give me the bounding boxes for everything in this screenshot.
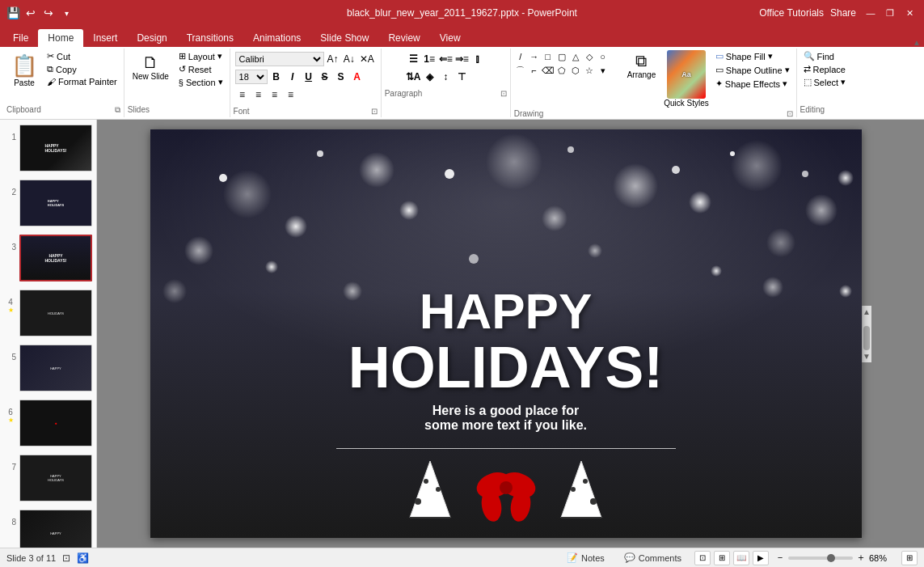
slide-thumb-2[interactable]: 2 HAPPYHOLIDAYS	[3, 178, 93, 228]
shape-line-btn[interactable]: /	[514, 50, 527, 63]
layout-button[interactable]: ⊞ Layout ▾	[175, 50, 226, 62]
arrange-button[interactable]: ⧉ Arrange	[622, 50, 661, 81]
bold-button[interactable]: B	[269, 70, 284, 84]
shape-effects-dropdown[interactable]: ▾	[783, 78, 787, 89]
font-name-select[interactable]: Calibri	[235, 52, 324, 66]
scroll-thumb[interactable]	[863, 326, 870, 350]
shape-chevron-btn[interactable]: ⌫	[542, 64, 555, 77]
format-painter-button[interactable]: 🖌 Format Painter	[44, 76, 120, 87]
slide-img-4[interactable]: HOLIDAYS	[19, 290, 92, 336]
justify-button[interactable]: ≡	[284, 87, 298, 102]
slideshow-view-btn[interactable]: ▶	[753, 551, 769, 565]
zoom-thumb[interactable]	[827, 554, 835, 562]
slide-canvas[interactable]: HAPPY HOLIDAYS! Here is a good place for…	[150, 129, 862, 538]
font-size-select[interactable]: 18	[235, 70, 268, 84]
line-spacing-button[interactable]: ↕	[438, 70, 453, 84]
paragraph-expand-icon[interactable]: ⊡	[500, 89, 507, 98]
bullet-list-button[interactable]: ☰	[406, 52, 420, 66]
shape-pentagon-btn[interactable]: ⬠	[555, 64, 568, 77]
notes-button[interactable]: 📝 Notes	[560, 551, 611, 565]
align-left-button[interactable]: ≡	[235, 87, 250, 102]
tab-insert[interactable]: Insert	[83, 29, 127, 47]
fit-window-btn[interactable]: ⊞	[901, 551, 918, 565]
find-button[interactable]: 🔍 Find	[800, 50, 850, 62]
shape-bracket-btn[interactable]: ⌐	[528, 64, 541, 77]
tab-view[interactable]: View	[430, 29, 470, 47]
slide-img-3[interactable]: HAPPYHOLIDAYS!	[19, 235, 92, 281]
clipboard-expand-icon[interactable]: ⧉	[115, 105, 120, 115]
slide-thumb-1[interactable]: 1 HAPPYHOLIDAYS!	[3, 123, 93, 173]
tab-file[interactable]: File	[3, 29, 38, 47]
font-size-increase-icon[interactable]: A↑	[326, 53, 340, 65]
accessibility-icon[interactable]: ♿	[77, 552, 89, 564]
quick-styles-text[interactable]: Quick Styles	[664, 99, 709, 108]
slide-thumb-5[interactable]: 5 HAPPY	[3, 343, 93, 393]
shape-rounded-btn[interactable]: ▢	[555, 50, 568, 63]
tab-transitions[interactable]: Transitions	[177, 29, 243, 47]
shape-rect-btn[interactable]: □	[542, 50, 555, 63]
save-icon[interactable]: 💾	[6, 6, 19, 19]
indent-increase-button[interactable]: ⇒≡	[454, 52, 469, 66]
shape-fill-button[interactable]: ▭ Shape Fill ▾	[712, 50, 793, 62]
undo-icon[interactable]: ↩	[24, 6, 37, 19]
tab-animations[interactable]: Animations	[243, 29, 310, 47]
slide-thumb-7[interactable]: 7 HAPPYHOLIDAYS	[3, 453, 93, 503]
shape-hex-btn[interactable]: ⬡	[569, 64, 582, 77]
shape-more-btn[interactable]: ▾	[597, 64, 610, 77]
zoom-track[interactable]	[788, 556, 853, 560]
shape-triangle-btn[interactable]: △	[569, 50, 582, 63]
shadow-button[interactable]: S	[334, 70, 348, 84]
shape-circle-btn[interactable]: ○	[597, 50, 610, 63]
comments-button[interactable]: 💬 Comments	[618, 551, 688, 565]
slide-img-1[interactable]: HAPPYHOLIDAYS!	[19, 125, 92, 171]
shape-outline-button[interactable]: ▭ Shape Outline ▾	[712, 64, 793, 76]
tab-home[interactable]: Home	[38, 29, 83, 47]
slide-sorter-btn[interactable]: ⊞	[714, 551, 730, 565]
reading-view-btn[interactable]: 📖	[733, 551, 749, 565]
slide-img-2[interactable]: HAPPYHOLIDAYS	[19, 180, 92, 226]
align-center-button[interactable]: ≡	[251, 87, 266, 102]
shape-diamond-btn[interactable]: ◇	[583, 50, 596, 63]
normal-view-btn[interactable]: ⊡	[694, 551, 711, 565]
share-button[interactable]: Share	[830, 7, 856, 19]
new-slide-button[interactable]: 🗋 New Slide	[128, 50, 174, 84]
shape-effects-button[interactable]: ✦ Shape Effects ▾	[712, 78, 793, 90]
restore-button[interactable]: ❐	[882, 6, 898, 19]
convert-smartart-button[interactable]: ◈	[422, 70, 437, 84]
font-color-button[interactable]: A	[350, 70, 365, 84]
copy-button[interactable]: ⧉ Copy	[44, 63, 120, 75]
canvas-scrollbar[interactable]: ▲ ▼	[862, 306, 871, 362]
slide-panel[interactable]: 1 HAPPYHOLIDAYS! 2 HAPPYHOLIDAYS 3 HAPPY…	[0, 120, 97, 548]
redo-icon[interactable]: ↪	[42, 6, 55, 19]
select-button[interactable]: ⬚ Select ▾	[800, 76, 850, 88]
select-dropdown[interactable]: ▾	[841, 77, 846, 87]
italic-button[interactable]: I	[285, 70, 300, 84]
quick-styles-button[interactable]: Aa	[667, 50, 706, 99]
para-align-button[interactable]: ⊤	[454, 70, 469, 84]
customize-icon[interactable]: ▾	[60, 6, 73, 19]
slide-img-5[interactable]: HAPPY	[19, 345, 92, 391]
underline-button[interactable]: U	[302, 70, 316, 84]
cut-button[interactable]: ✂ Cut	[44, 50, 120, 62]
drawing-expand-icon[interactable]: ⊡	[787, 109, 793, 118]
slide-img-8[interactable]: HAPPY	[19, 510, 92, 548]
slide-thumb-6[interactable]: 6★ ●	[3, 398, 93, 448]
slide-thumb-8[interactable]: 8 HAPPY	[3, 508, 93, 548]
slide-img-7[interactable]: HAPPYHOLIDAYS	[19, 455, 92, 501]
paste-button[interactable]: 📋 Paste	[6, 50, 42, 91]
reset-button[interactable]: ↺ Reset	[175, 63, 226, 75]
columns-button[interactable]: ⫿	[470, 52, 485, 66]
shape-fill-dropdown[interactable]: ▾	[768, 51, 773, 61]
scroll-down-btn[interactable]: ▼	[861, 350, 872, 362]
shape-outline-dropdown[interactable]: ▾	[785, 65, 790, 75]
close-button[interactable]: ✕	[901, 6, 918, 19]
zoom-out-btn[interactable]: －	[775, 551, 785, 565]
tab-design[interactable]: Design	[127, 29, 176, 47]
clear-format-icon[interactable]: ✕A	[358, 53, 376, 65]
ribbon-collapse-button[interactable]: ▲	[909, 38, 924, 47]
slide-thumb-3[interactable]: 3 HAPPYHOLIDAYS!	[3, 233, 93, 283]
replace-button[interactable]: ⇄ Replace	[800, 63, 850, 75]
scroll-up-btn[interactable]: ▲	[861, 306, 872, 318]
numbered-list-button[interactable]: 1≡	[422, 52, 437, 66]
indent-decrease-button[interactable]: ⇐≡	[438, 52, 453, 66]
